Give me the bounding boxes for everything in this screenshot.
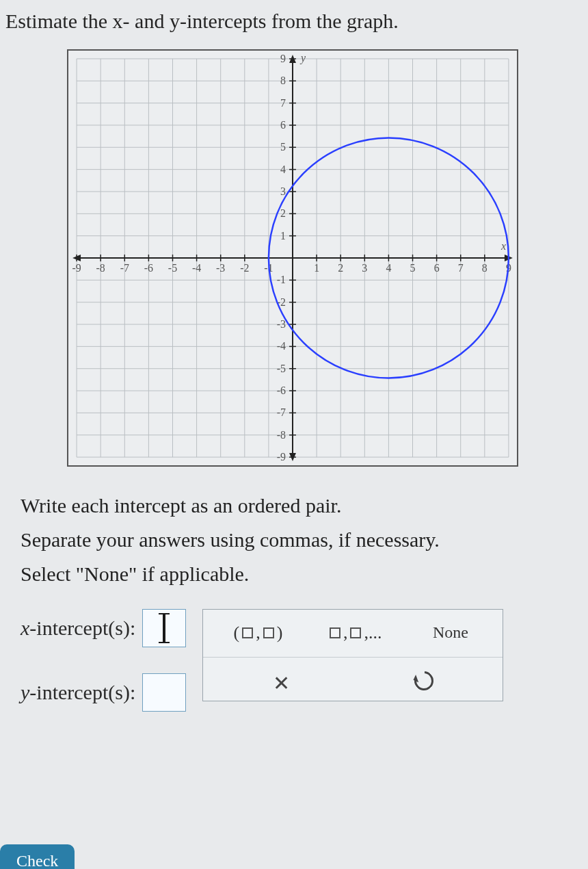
none-button[interactable]: None	[429, 621, 472, 645]
svg-text:5: 5	[280, 141, 286, 153]
svg-text:2: 2	[280, 207, 286, 219]
svg-text:-9: -9	[72, 262, 81, 274]
y-intercept-row: y-intercept(s):	[21, 673, 186, 712]
svg-text:-6: -6	[144, 262, 153, 274]
input-palette: (,) ,,... None ✕	[202, 609, 503, 701]
question-text: Estimate the x- and y-intercepts from th…	[4, 10, 581, 33]
svg-text:3: 3	[280, 185, 286, 197]
svg-text:-8: -8	[277, 429, 286, 441]
instruction-line-3: Select "None" if applicable.	[4, 562, 581, 586]
x-intercept-label: x-intercept(s):	[21, 617, 135, 640]
graph-container: -9-8-7-6-5-4-3-2-1123456789-9-8-7-6-5-4-…	[4, 49, 581, 467]
clear-button[interactable]: ✕	[273, 671, 290, 695]
svg-text:-6: -6	[277, 385, 286, 396]
svg-text:-3: -3	[216, 262, 225, 274]
svg-text:-2: -2	[240, 262, 249, 274]
y-intercept-input[interactable]	[142, 673, 186, 712]
svg-text:4: 4	[280, 164, 286, 175]
svg-text:-3: -3	[277, 318, 286, 330]
instruction-line-1: Write each intercept as an ordered pair.	[4, 494, 581, 517]
coordinate-plane: -9-8-7-6-5-4-3-2-1123456789-9-8-7-6-5-4-…	[68, 51, 517, 465]
svg-text:8: 8	[482, 262, 487, 274]
svg-text:7: 7	[458, 262, 464, 274]
svg-text:7: 7	[280, 97, 286, 109]
svg-text:-8: -8	[96, 262, 105, 274]
ordered-pair-button[interactable]: (,)	[234, 623, 283, 643]
svg-text:4: 4	[386, 262, 391, 274]
svg-text:2: 2	[338, 262, 343, 274]
svg-text:-4: -4	[277, 340, 286, 352]
svg-text:-1: -1	[277, 274, 286, 285]
svg-text:1: 1	[314, 262, 319, 274]
svg-text:-5: -5	[168, 262, 177, 274]
svg-text:y: y	[299, 52, 306, 64]
text-cursor-icon	[163, 614, 165, 642]
svg-text:3: 3	[362, 262, 367, 274]
svg-text:8: 8	[280, 75, 286, 86]
list-button[interactable]: ,,...	[330, 623, 382, 643]
svg-text:6: 6	[280, 119, 286, 131]
svg-text:5: 5	[410, 262, 416, 274]
graph-panel: -9-8-7-6-5-4-3-2-1123456789-9-8-7-6-5-4-…	[67, 49, 518, 467]
svg-text:x: x	[500, 240, 506, 252]
svg-text:9: 9	[280, 53, 286, 64]
svg-text:-7: -7	[120, 262, 129, 274]
svg-text:-9: -9	[277, 451, 286, 463]
y-intercept-label: y-intercept(s):	[21, 681, 135, 704]
svg-text:-7: -7	[277, 406, 286, 418]
check-button[interactable]: Check	[0, 844, 75, 869]
undo-button[interactable]	[414, 671, 433, 695]
svg-text:-5: -5	[277, 363, 286, 374]
x-intercept-row: x-intercept(s):	[21, 609, 186, 647]
undo-icon	[410, 667, 437, 694]
svg-text:6: 6	[434, 262, 440, 274]
instructions-block: Write each intercept as an ordered pair.…	[4, 494, 581, 586]
svg-text:-4: -4	[192, 262, 201, 274]
instruction-line-2: Separate your answers using commas, if n…	[4, 528, 581, 552]
x-intercept-input[interactable]	[142, 609, 186, 647]
svg-text:1: 1	[280, 230, 286, 242]
